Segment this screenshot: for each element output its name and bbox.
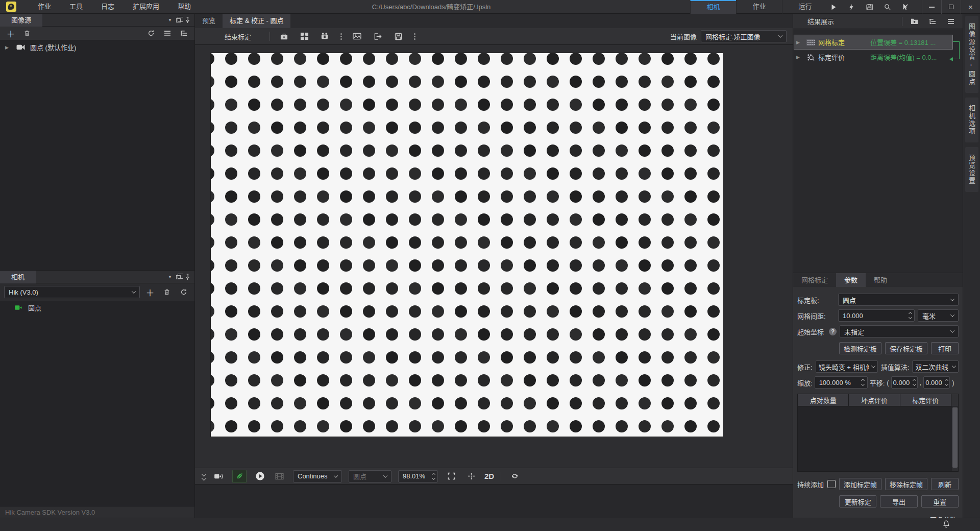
- detect-board-button[interactable]: 检测标定板: [839, 342, 881, 354]
- finish-calibration-button[interactable]: 结束标定: [201, 32, 262, 41]
- refresh-button[interactable]: 刷新: [931, 478, 959, 490]
- shift-x-stepper[interactable]: 0.000: [891, 376, 918, 389]
- sdk-select[interactable]: Hik (V3.0): [4, 286, 140, 298]
- expand-arrow-icon[interactable]: ▶: [796, 40, 803, 45]
- camera-panel-tab[interactable]: 相机: [0, 271, 36, 283]
- list-view-icon[interactable]: [161, 27, 174, 39]
- refresh-cameras-icon[interactable]: [177, 286, 190, 298]
- delete-source-icon[interactable]: [20, 27, 34, 39]
- reset-button[interactable]: 重置: [921, 495, 959, 508]
- camera-source-icon[interactable]: [212, 470, 226, 482]
- result-row-calibration-eval[interactable]: ▶ 标定评价 距离误差(均值) = 0.0...: [794, 50, 952, 64]
- continuous-add-checkbox[interactable]: [827, 480, 836, 488]
- float-panel-icon[interactable]: [176, 275, 181, 279]
- tab-preview[interactable]: 预览: [195, 14, 223, 28]
- trigger-mode-select[interactable]: Continues: [293, 470, 342, 482]
- grid-spacing-stepper[interactable]: 10.000: [838, 309, 915, 322]
- float-panel-icon[interactable]: [176, 18, 181, 22]
- image-viewport[interactable]: [195, 45, 793, 468]
- cursor-disabled-icon[interactable]: [898, 1, 912, 13]
- origin-help-icon[interactable]: ?: [829, 328, 837, 335]
- scale-stepper[interactable]: 100.000 %: [815, 376, 868, 389]
- panel-menu-icon[interactable]: ▼: [168, 275, 172, 279]
- interp-select[interactable]: 双二次曲线: [912, 360, 959, 373]
- menu-log[interactable]: 日志: [92, 0, 124, 13]
- print-button[interactable]: 打印: [931, 342, 959, 354]
- film-record-icon[interactable]: [273, 470, 286, 482]
- search-icon[interactable]: [880, 1, 894, 13]
- add-module-icon[interactable]: [318, 30, 331, 42]
- mode-tab-run[interactable]: 运行: [782, 0, 828, 14]
- table-scrollbar[interactable]: [952, 406, 958, 471]
- add-source-icon[interactable]: ＋: [4, 27, 17, 39]
- export-button[interactable]: 导出: [880, 495, 917, 508]
- run-icon[interactable]: [827, 1, 840, 13]
- tree-view-icon[interactable]: [177, 27, 190, 39]
- image-source-tab[interactable]: 图像源: [0, 14, 42, 27]
- shift-y-stepper[interactable]: 0.000: [923, 376, 950, 389]
- mode-tab-job[interactable]: 作业: [736, 0, 782, 14]
- collapse-toolbar-icon[interactable]: [202, 472, 206, 480]
- connect-camera-button[interactable]: [232, 470, 247, 483]
- image-tool-icon[interactable]: [351, 30, 364, 42]
- more-image-tools-icon[interactable]: [412, 33, 417, 40]
- export-image-icon[interactable]: [371, 30, 384, 42]
- notifications-bell-icon[interactable]: [942, 520, 950, 528]
- source-select[interactable]: 圆点: [349, 470, 391, 482]
- expand-arrow-icon[interactable]: ▶: [796, 55, 803, 60]
- more-tools-icon[interactable]: [338, 33, 344, 40]
- panel-menu-icon[interactable]: ▼: [168, 18, 172, 22]
- save-board-button[interactable]: 保存标定板: [885, 342, 927, 354]
- menu-tools[interactable]: 工具: [60, 0, 92, 13]
- menu-job[interactable]: 作业: [29, 0, 60, 13]
- list-view-icon[interactable]: [944, 15, 958, 28]
- col-calib-eval[interactable]: 标定评价: [900, 394, 951, 406]
- loop-playback-icon[interactable]: [508, 470, 521, 482]
- camera-list-item[interactable]: 圆点: [0, 301, 194, 315]
- pin-icon[interactable]: [185, 17, 190, 23]
- lightning-icon[interactable]: [845, 1, 858, 13]
- tab-calibration[interactable]: 标定 & 校正 - 圆点: [223, 14, 290, 28]
- add-frame-button[interactable]: 添加标定帧: [839, 478, 881, 490]
- delete-camera-icon[interactable]: [160, 286, 174, 298]
- update-calibration-button[interactable]: 更新标定: [839, 495, 876, 508]
- tree-view-icon[interactable]: [926, 15, 939, 28]
- dock-tab-image-source-settings[interactable]: 图像源设置 - 圆点: [965, 16, 978, 93]
- zoom-level-stepper[interactable]: 98.01%: [398, 470, 438, 482]
- board-type-select[interactable]: 圆点: [838, 294, 959, 306]
- origin-select[interactable]: 未指定: [840, 325, 959, 337]
- menu-help[interactable]: 帮助: [168, 0, 200, 13]
- mode-tab-camera[interactable]: 相机: [690, 0, 736, 14]
- unit-select[interactable]: 毫米: [918, 309, 959, 322]
- restore-button[interactable]: [941, 0, 961, 14]
- expand-arrow-icon[interactable]: ▶: [5, 45, 12, 50]
- add-camera-icon[interactable]: ＋: [143, 286, 157, 298]
- refresh-sources-icon[interactable]: [144, 27, 158, 39]
- tab-grid-calibration[interactable]: 网格标定: [793, 273, 836, 287]
- center-image-icon[interactable]: [464, 470, 478, 482]
- job-tree-item[interactable]: ▶ 圆点 (默认作业): [0, 40, 194, 54]
- play-button[interactable]: [253, 470, 266, 482]
- dock-tab-camera-options[interactable]: 相机选项: [965, 98, 978, 142]
- modules-icon[interactable]: [298, 30, 311, 42]
- col-bad-point-eval[interactable]: 坏点评价: [849, 394, 900, 406]
- pin-icon[interactable]: [185, 274, 190, 280]
- col-point-count[interactable]: 点对数量: [798, 394, 849, 406]
- 2d-mode-button[interactable]: 2D: [484, 472, 494, 480]
- toolbox-icon[interactable]: [277, 30, 290, 42]
- save-image-icon[interactable]: [391, 30, 405, 42]
- add-group-icon[interactable]: [908, 15, 921, 28]
- fit-screen-icon[interactable]: [445, 470, 458, 482]
- close-button[interactable]: ×: [961, 0, 980, 14]
- tab-parameters[interactable]: 参数: [836, 273, 866, 287]
- current-image-select[interactable]: 网格标定.矫正图像: [701, 30, 787, 42]
- remove-frame-button[interactable]: 移除标定帧: [885, 478, 927, 490]
- tab-help[interactable]: 帮助: [866, 273, 895, 287]
- result-row-grid-calibration[interactable]: ▶ 网格标定 位置误差 = 0.13181 ...: [794, 35, 952, 49]
- menu-extensions[interactable]: 扩展应用: [124, 0, 168, 13]
- scrollbar-thumb[interactable]: [952, 407, 958, 468]
- dock-tab-preview-settings[interactable]: 预览设置: [965, 147, 978, 192]
- correction-select[interactable]: 镜头畸变 + 相机倾: [816, 360, 878, 373]
- save-all-icon[interactable]: [863, 1, 876, 13]
- minimize-button[interactable]: [922, 0, 941, 14]
